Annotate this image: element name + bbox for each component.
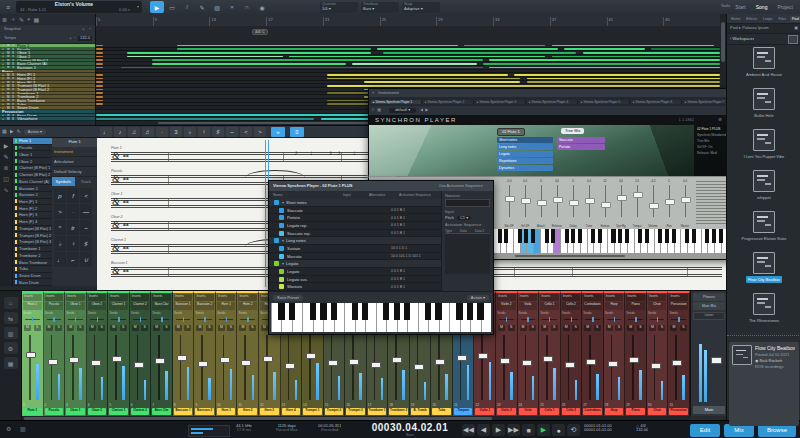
score-track-item[interactable]: Horn (F) 2 xyxy=(13,205,52,212)
tempo-value[interactable]: 132.0 xyxy=(78,36,92,40)
fader-cap[interactable] xyxy=(633,192,643,198)
insert-slot[interactable]: Inserts xyxy=(217,294,236,301)
note-value-button-9[interactable]: ~ xyxy=(226,127,238,137)
insert-slot[interactable]: Inserts xyxy=(195,294,214,301)
channel-strip[interactable]: InsertsHorn 1SendsMS10Horn 1 xyxy=(216,291,238,416)
channel-name-chip[interactable]: Trombone 2 xyxy=(389,408,408,415)
fader-slot-xf[interactable]: -0.0Slot XF xyxy=(503,179,515,228)
articulation-sub-item-1[interactable]: Portato xyxy=(557,144,605,150)
black-key[interactable] xyxy=(672,229,676,243)
fader-cap[interactable] xyxy=(306,353,316,359)
clip[interactable] xyxy=(96,85,103,87)
black-key[interactable] xyxy=(435,303,441,320)
note-value-button-4[interactable]: · xyxy=(156,127,168,137)
fader-cap[interactable] xyxy=(177,355,187,361)
black-key[interactable] xyxy=(310,303,316,320)
black-key[interactable] xyxy=(394,303,400,320)
fader-release[interactable]: 64Release xyxy=(551,179,563,228)
articulation-item-4[interactable]: Dynamics xyxy=(497,165,553,171)
tool-button-0[interactable]: ▶ xyxy=(150,1,164,13)
score-track-item[interactable]: Trumpet (B Flat) 2 xyxy=(13,232,52,239)
score-track-item[interactable]: Trumpet (B Flat) 1 xyxy=(13,226,52,233)
pan-thumb[interactable] xyxy=(226,317,228,322)
edit-pointer-icon[interactable]: ▶ xyxy=(10,129,14,135)
fader-pan[interactable]: CPan xyxy=(663,179,675,228)
symbol-cell-8[interactable]: ~ xyxy=(80,220,92,235)
score-track-item[interactable]: Horn (F) 3 xyxy=(13,212,52,219)
main-top-button-0[interactable]: Phones xyxy=(693,293,725,301)
pan-thumb[interactable] xyxy=(678,317,680,322)
mute-button[interactable]: M xyxy=(218,325,225,331)
channel-name-chip[interactable]: Trombone 1 xyxy=(368,408,387,415)
score-track-item[interactable]: Bassoon 1 xyxy=(13,185,52,192)
black-key[interactable] xyxy=(456,303,462,320)
channel-name-chip[interactable]: Cello 2 xyxy=(562,408,581,415)
mute-button[interactable]: M xyxy=(24,325,31,331)
channel-name-chip[interactable]: Horn 3 xyxy=(260,408,279,415)
clip[interactable] xyxy=(96,45,103,47)
instrument-chip[interactable]: 02 Flute 1 xyxy=(497,128,525,136)
channel-strip[interactable]: InsertsClarinet 1SendsMS5Clarinet 1 xyxy=(108,291,130,416)
fader-cap[interactable] xyxy=(665,199,675,205)
fader-cap[interactable] xyxy=(565,362,575,368)
channel-strip[interactable]: InsertsCello 2SendsMS26Cello 2 xyxy=(561,291,583,416)
clip[interactable] xyxy=(489,67,720,69)
clip[interactable] xyxy=(127,56,283,58)
black-key[interactable] xyxy=(638,229,642,243)
tool-button-4[interactable]: ▨ xyxy=(210,1,224,13)
insert-slot[interactable]: Inserts xyxy=(519,294,538,301)
clip[interactable] xyxy=(96,63,103,65)
tool-button-2[interactable]: / xyxy=(180,1,194,13)
channel-strip[interactable]: InsertsPercussionSendsMS31Percussion xyxy=(668,291,690,416)
channel-name-chip[interactable]: Horn 2 xyxy=(238,408,257,415)
channel-name-chip[interactable]: Trumpet 3 xyxy=(346,408,365,415)
plugin-tab-3[interactable]: ▸ Vienna Synchron Player 3 xyxy=(475,100,526,104)
channel-name-chip[interactable]: Trumpet 1 xyxy=(303,408,322,415)
score-track-item[interactable]: Oboe 1 xyxy=(13,151,52,158)
mute-button[interactable]: M xyxy=(563,325,570,331)
symbol-cell-7[interactable]: tr xyxy=(67,220,79,235)
pin-icon[interactable]: ▣ xyxy=(794,26,798,30)
variation-folder-row[interactable]: ▾Legato xyxy=(269,260,441,268)
solo-button[interactable]: S xyxy=(551,325,558,331)
channel-name-chip[interactable]: Violin 1 xyxy=(475,408,494,415)
score-track-item[interactable]: Oboe 2 xyxy=(13,158,52,165)
channel-name-chip[interactable]: Violin 2 xyxy=(497,408,516,415)
channel-strip[interactable]: InsertsOboe 1SendsMS3Oboe 1 xyxy=(65,291,87,416)
clip[interactable] xyxy=(177,45,458,47)
clip[interactable] xyxy=(552,56,720,58)
clip[interactable] xyxy=(96,100,103,102)
symbol-cell-0[interactable]: p xyxy=(54,188,66,203)
fader-cap[interactable] xyxy=(505,196,515,202)
audio-settings-icon[interactable]: ⚙ xyxy=(6,426,11,433)
mix-chip[interactable]: Tree Mix xyxy=(561,128,584,134)
black-key[interactable] xyxy=(545,229,549,243)
inspector-item-1[interactable]: Articulation xyxy=(52,157,97,167)
pan-thumb[interactable] xyxy=(32,317,34,322)
solo-button[interactable]: S xyxy=(572,325,579,331)
metronome-icon[interactable]: △ xyxy=(636,424,639,428)
black-key[interactable] xyxy=(524,229,528,243)
solo-button[interactable]: S xyxy=(637,325,644,331)
workspace-item[interactable]: Bullet Hole xyxy=(727,86,800,127)
fader-cap[interactable] xyxy=(263,356,273,362)
channel-strip[interactable]: InsertsBassoon 1SendsMS8Bassoon 1 xyxy=(173,291,195,416)
variation-row[interactable]: Marcato10 0 101 1 D 101 1 xyxy=(269,253,441,261)
note-value-button-3[interactable]: ♬ xyxy=(142,127,154,137)
variation-row[interactable]: Legato sus.0 0 1 B 1 xyxy=(269,276,441,284)
workspace-item[interactable]: The Rhinestones xyxy=(727,291,800,332)
fader-cap[interactable] xyxy=(522,360,532,366)
channel-strip[interactable]: InsertsFlute 1SendsMS1Flute 1 xyxy=(22,291,44,416)
fader-master[interactable]: 0.0Master xyxy=(679,179,691,228)
clip[interactable] xyxy=(96,56,103,58)
pan-thumb[interactable] xyxy=(247,317,249,322)
black-key[interactable] xyxy=(658,229,662,243)
breadcrumb[interactable]: Pool ▸ Palooza Ipsum xyxy=(730,26,769,30)
pan-thumb[interactable] xyxy=(592,317,594,322)
fader-cap[interactable] xyxy=(134,362,144,368)
page-button-song[interactable]: Song xyxy=(753,2,771,12)
fader-cap[interactable] xyxy=(435,359,445,365)
black-key[interactable] xyxy=(705,229,709,243)
fader-cap[interactable] xyxy=(681,197,691,203)
black-key[interactable] xyxy=(289,303,295,320)
